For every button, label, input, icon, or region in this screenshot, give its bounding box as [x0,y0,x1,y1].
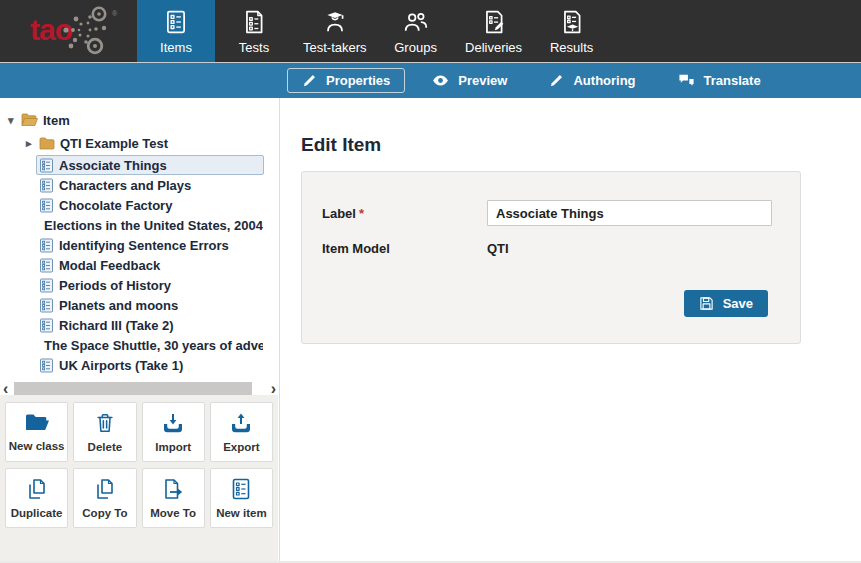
tree-item-label: Planets and moons [59,298,178,313]
tree-action-buttons: New class Delete Import [0,395,278,563]
import-button[interactable]: Import [142,402,205,462]
top-header: tao ® [0,0,861,62]
new-item-list-icon [229,477,253,501]
tree-item-label: UK Airports (Take 1) [59,358,183,373]
new-item-button[interactable]: New item [210,468,273,528]
tab-authoring[interactable]: Authoring [534,68,650,93]
copy-to-button[interactable]: Copy To [73,468,136,528]
item-doc-icon [39,298,54,313]
required-asterisk: * [359,206,364,221]
item-doc-icon [39,238,54,253]
new-class-folder-icon [24,412,50,434]
save-button[interactable]: Save [684,290,768,317]
item-doc-icon [39,158,54,173]
tao-logo[interactable]: tao ® [0,0,137,62]
scroll-right-arrow-icon[interactable]: › [271,382,276,396]
tree-item-uk-airports[interactable]: UK Airports (Take 1) [0,355,279,375]
pencil-icon [549,73,564,88]
nav-item-items[interactable]: Items [137,0,215,62]
tao-logo-burst-icon [62,4,112,56]
tree-item-label: Periods of History [59,278,171,293]
tree-item-modal-feedback[interactable]: Modal Feedback [0,255,279,275]
tree-item-label: Associate Things [59,158,167,173]
tree-item-characters-and-plays[interactable]: Characters and Plays [0,175,279,195]
open-folder-icon [21,113,38,127]
tree-item-richard-iii[interactable]: Richard III (Take 2) [0,315,279,335]
item-doc-icon [39,278,54,293]
deliveries-icon [481,9,507,35]
item-doc-icon [39,178,54,193]
caret-right-icon[interactable]: ▸ [26,138,39,149]
pencil-icon [302,73,317,88]
groups-icon [403,9,429,35]
eye-icon [432,73,449,88]
tree-root-item[interactable]: ▾ Item [0,110,279,130]
export-button[interactable]: Export [210,402,273,462]
action-label: New item [216,507,267,519]
action-label: Export [223,441,259,453]
tree-folder-qti-example-test[interactable]: ▸ QTI Example Test [0,133,279,153]
nav-label: Results [550,40,593,55]
tree-item-label: The Space Shuttle, 30 years of adventur [44,338,264,353]
nav-label: Groups [394,40,437,55]
nav-label: Tests [239,40,269,55]
item-doc-icon [39,198,54,213]
tree-item-elections-2004[interactable]: Elections in the United States, 2004 [0,215,279,235]
tree-item-associate-things[interactable]: Associate Things [0,155,279,175]
tree-folder-label: QTI Example Test [60,136,168,151]
tree-item-selection-box: Associate Things [36,155,264,175]
tree-item-chocolate-factory[interactable]: Chocolate Factory [0,195,279,215]
tab-label: Authoring [573,73,635,88]
tree-item-identifying-sentence-errors[interactable]: Identifying Sentence Errors [0,235,279,255]
main-navigation: Items Tests [137,0,611,62]
tree-item-label: Modal Feedback [59,258,160,273]
page-title: Edit Item [301,134,861,156]
tree-item-label: Richard III (Take 2) [59,318,174,333]
main-content: Edit Item Label* Item Model QTI Save [281,98,861,563]
save-button-label: Save [723,296,753,311]
duplicate-pages-icon [25,477,49,501]
caret-down-icon[interactable]: ▾ [8,115,21,126]
test-takers-icon [322,9,348,35]
nav-item-results[interactable]: Results [533,0,611,62]
nav-item-tests[interactable]: Tests [215,0,293,62]
item-action-tabbar: Properties Preview Authoring Translate [0,62,861,98]
tree-item-periods-of-history[interactable]: Periods of History [0,275,279,295]
nav-item-deliveries[interactable]: Deliveries [455,0,533,62]
tab-properties[interactable]: Properties [287,68,405,93]
duplicate-button[interactable]: Duplicate [5,468,68,528]
resource-tree-panel: ▾ Item ▸ QTI Example Test [0,98,280,563]
move-page-arrow-icon [161,477,185,501]
export-icon [229,411,253,435]
tests-icon [241,9,267,35]
action-label: New class [9,440,65,452]
nav-item-groups[interactable]: Groups [377,0,455,62]
item-doc-icon [39,258,54,273]
nav-label: Deliveries [465,40,522,55]
action-label: Move To [150,507,196,519]
tab-preview[interactable]: Preview [417,68,522,93]
tree-item-label: Elections in the United States, 2004 [44,218,263,233]
tao-application-window: tao ® [0,0,861,563]
results-icon [559,9,585,35]
scroll-left-arrow-icon[interactable]: ‹ [3,382,8,396]
nav-label: Test-takers [303,40,367,55]
tab-translate[interactable]: Translate [663,68,776,93]
label-input[interactable] [487,200,772,226]
scrollbar-thumb[interactable] [14,382,252,396]
delete-button[interactable]: Delete [73,402,136,462]
move-to-button[interactable]: Move To [142,468,205,528]
tree-item-planets-and-moons[interactable]: Planets and moons [0,295,279,315]
translate-bubbles-icon [678,73,695,88]
action-label: Duplicate [11,507,63,519]
item-doc-icon [39,358,54,373]
label-field-label: Label* [322,206,487,221]
action-label: Copy To [82,507,127,519]
tab-label: Preview [458,73,507,88]
tree-item-label: Chocolate Factory [59,198,172,213]
tree-item-space-shuttle[interactable]: The Space Shuttle, 30 years of adventur [0,335,279,355]
tao-logo-registered-mark: ® [112,10,117,17]
tree-item-label: Characters and Plays [59,178,191,193]
nav-item-test-takers[interactable]: Test-takers [293,0,377,62]
new-class-button[interactable]: New class [5,402,68,462]
